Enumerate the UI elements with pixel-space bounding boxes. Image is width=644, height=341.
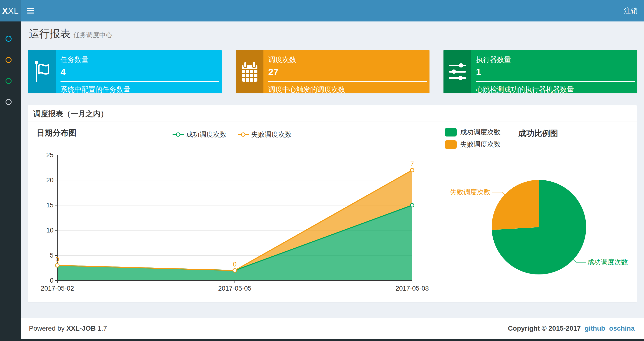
top-navbar: XXL 注销: [0, 0, 644, 22]
legend-label: 失败调度次数: [460, 140, 500, 149]
info-box-label: 执行器数量: [476, 55, 632, 65]
logo-bold: X: [2, 6, 8, 16]
panel-title: 调度报表（一月之内）: [28, 105, 637, 122]
svg-text:7: 7: [410, 160, 414, 168]
info-box-body: 执行器数量 1 心跳检测成功的执行器机器数量: [471, 50, 637, 93]
page-footer: Powered by XXL-JOB 1.7 Copyright © 2015-…: [21, 318, 644, 339]
oschina-link[interactable]: oschina: [609, 324, 634, 332]
divider: [268, 81, 427, 82]
copyright-text: Copyright © 2015-2017: [508, 324, 580, 332]
legend-item-fail[interactable]: 失败调度次数: [238, 130, 292, 139]
svg-text:成功调度次数: 成功调度次数: [587, 258, 628, 266]
content-area: 运行报表任务调度中心 任务数量 4 系统中配置的任务数量: [21, 22, 644, 318]
info-box-description: 系统中配置的任务数量: [60, 85, 217, 95]
svg-text:2017-05-02: 2017-05-02: [41, 285, 74, 292]
legend-item-fail[interactable]: 失败调度次数: [445, 140, 500, 149]
schedule-report-panel: 调度报表（一月之内） 日期分布图 成功调度次数: [28, 105, 637, 302]
svg-text:失败调度次数: 失败调度次数: [450, 188, 490, 196]
line-chart-legend: 成功调度次数 失败调度次数: [172, 130, 292, 139]
sidebar-item-3[interactable]: [0, 72, 21, 89]
legend-label: 成功调度次数: [186, 130, 226, 139]
info-box-body: 调度次数 27 调度中心触发的调度次数: [264, 50, 430, 93]
info-box-description: 调度中心触发的调度次数: [268, 85, 425, 95]
powered-by: Powered by XXL-JOB 1.7: [29, 324, 107, 332]
sidebar-item-1[interactable]: [0, 30, 21, 47]
circle-o-icon: [6, 78, 12, 84]
info-box-executors: 执行器数量 1 心跳检测成功的执行器机器数量: [444, 50, 637, 93]
github-link[interactable]: github: [585, 324, 606, 332]
swatch-icon: [445, 128, 457, 137]
sidebar-toggle-button[interactable]: [21, 0, 40, 22]
logo-rest: XL: [8, 6, 19, 16]
line-circle-marker-icon: [238, 132, 249, 137]
legend-label: 成功调度次数: [460, 128, 500, 137]
info-box-body: 任务数量 4 系统中配置的任务数量: [56, 50, 222, 93]
circle-o-icon: [6, 57, 12, 63]
line-chart-title: 日期分布图: [37, 128, 76, 138]
info-box-triggers: 调度次数 27 调度中心触发的调度次数: [236, 50, 430, 93]
swatch-icon: [445, 140, 457, 149]
page-header: 运行报表任务调度中心: [29, 27, 112, 41]
powered-by-text: Powered by: [29, 324, 64, 332]
sidebar-item-4[interactable]: [0, 93, 21, 110]
svg-text:0: 0: [56, 256, 59, 263]
line-circle-marker-icon: [172, 132, 184, 137]
svg-text:20: 20: [46, 177, 54, 184]
xxl-job-dashboard: XXL 注销 运行报表任务调度中心: [0, 0, 644, 341]
page-subtitle: 任务调度中心: [73, 31, 112, 39]
svg-text:2017-05-05: 2017-05-05: [218, 285, 252, 292]
product-version: 1.7: [98, 324, 107, 332]
success-ratio-pie-chart: 成功调度次数失败调度次数: [444, 150, 636, 302]
legend-item-success[interactable]: 成功调度次数: [445, 128, 500, 137]
legend-item-success[interactable]: 成功调度次数: [172, 130, 226, 139]
logout-button[interactable]: 注销: [618, 0, 644, 22]
circle-o-icon: [6, 99, 12, 105]
app-logo[interactable]: XXL: [0, 0, 21, 22]
sliders-icon: [444, 50, 471, 93]
svg-text:0: 0: [50, 277, 54, 284]
flag-icon: [28, 50, 56, 93]
info-box-value: 4: [60, 67, 217, 77]
copyright: Copyright © 2015-2017 github oschina: [508, 324, 634, 332]
info-box-description: 心跳检测成功的执行器机器数量: [476, 85, 632, 95]
info-box-label: 调度次数: [268, 55, 425, 65]
page-title: 运行报表: [29, 28, 70, 39]
product-name: XXL-JOB: [66, 324, 96, 332]
pie-chart-title: 成功比例图: [502, 128, 574, 139]
svg-text:15: 15: [46, 202, 54, 209]
sidebar-item-2[interactable]: [0, 51, 21, 68]
svg-text:5: 5: [50, 252, 54, 259]
pie-chart-legend: 成功调度次数 失败调度次数: [445, 128, 500, 149]
divider: [476, 81, 635, 82]
circle-o-icon: [6, 36, 12, 42]
date-distribution-area-chart: 05101520252017-05-022017-05-052017-05-08…: [36, 148, 441, 300]
collapsed-sidebar: [0, 22, 21, 341]
svg-text:0: 0: [233, 261, 236, 268]
calendar-icon: [236, 50, 264, 93]
info-box-value: 27: [268, 67, 425, 77]
svg-text:2017-05-08: 2017-05-08: [396, 285, 429, 292]
info-box-label: 任务数量: [60, 55, 217, 65]
svg-text:10: 10: [46, 227, 54, 234]
svg-text:25: 25: [46, 151, 54, 159]
divider: [60, 81, 219, 82]
legend-label: 失败调度次数: [251, 130, 292, 139]
info-box-value: 1: [476, 67, 632, 77]
info-box-jobs: 任务数量 4 系统中配置的任务数量: [28, 50, 222, 93]
